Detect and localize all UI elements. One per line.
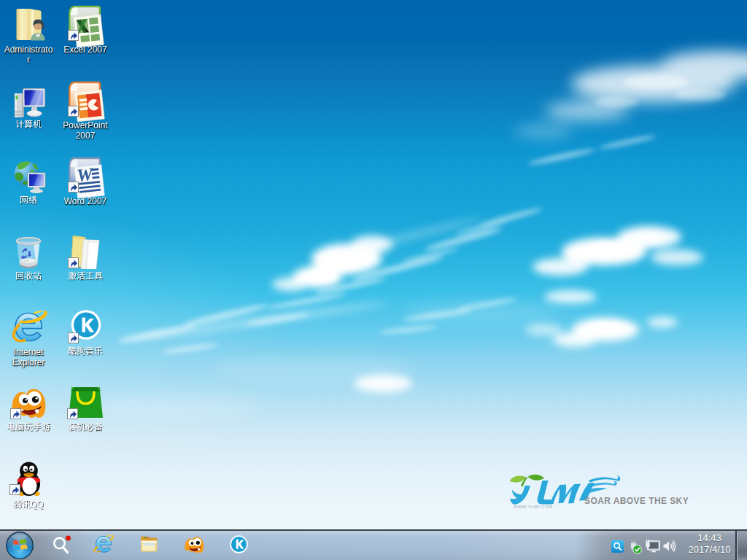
svg-text:WWW.YLMF.COM: WWW.YLMF.COM	[514, 505, 552, 509]
svg-text:SOAR ABOVE THE SKY: SOAR ABOVE THE SKY	[584, 496, 689, 506]
